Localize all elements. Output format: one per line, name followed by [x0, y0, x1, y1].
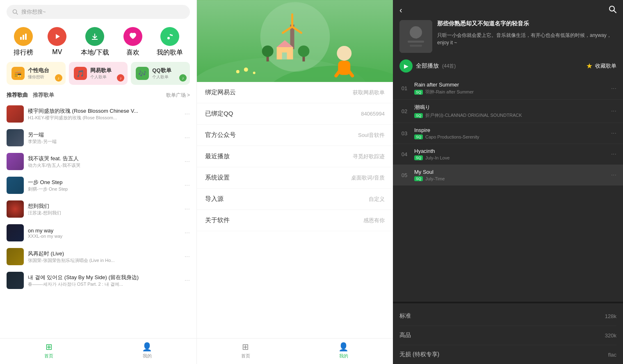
- svg-rect-2: [20, 37, 22, 40]
- middle-nav-mine-label: 我的: [339, 353, 348, 359]
- song-info-2: 我不该哭 feat. 告五人 动力火车/告五人-我不该哭: [28, 155, 180, 168]
- right-more-5[interactable]: ···: [611, 171, 616, 179]
- download-icon-circle: [85, 27, 104, 46]
- source-card-radio[interactable]: 📻 个性电台 懂你想听 ♪: [7, 62, 66, 85]
- nav-home[interactable]: ⊞ 首页: [44, 342, 53, 359]
- quick-icon-mv[interactable]: MV: [48, 27, 66, 57]
- charts-icon-circle: [14, 27, 33, 46]
- list-item[interactable]: 一步 One Step 刺猬-一步 One Step ···: [0, 173, 196, 197]
- right-list-item[interactable]: 02 潮鳴り SQ 折戸伸治-CLANNAD ORIGINAL SOUNDTRA…: [393, 100, 623, 123]
- list-item[interactable]: 楼宇间盛放的玫瑰 (Rose Blossom Chinese V... H1-K…: [0, 102, 196, 126]
- song-thumb-5: [7, 224, 24, 241]
- download-label: 本地/下载: [81, 48, 109, 57]
- official-account-label: 官方公众号: [205, 131, 358, 139]
- quality-high[interactable]: 高品 320k: [399, 326, 616, 345]
- quality-badge-3: SQ: [414, 134, 423, 139]
- right-list-item[interactable]: 04 Hyacinth SQ July-In Love ···: [393, 144, 623, 165]
- song-title-2: 我不该哭 feat. 告五人: [28, 155, 180, 162]
- song-info-0: 楼宇间盛放的玫瑰 (Rose Blossom Chinese V... H1-K…: [28, 107, 180, 121]
- right-more-2[interactable]: ···: [611, 107, 616, 115]
- song-title-5: on my way: [28, 228, 180, 234]
- tab-recommended-playlists[interactable]: 推荐歌单: [33, 91, 54, 99]
- song-info-5: on my way XXXL-on my way: [28, 228, 180, 239]
- menu-import-source[interactable]: 导入源 自定义: [197, 189, 393, 210]
- bind-netease-label: 绑定网易云: [205, 89, 353, 96]
- search-bar[interactable]: 搜你想搜~: [7, 5, 190, 19]
- svg-point-33: [410, 26, 422, 39]
- song-info-7: 내 곁에 있어요 (Stay By My Side) (留在我身边) 春——-세…: [28, 274, 180, 287]
- source-card-qq[interactable]: 🎶 QQ歌单 个人歌单 ♪: [131, 62, 190, 85]
- menu-bound-qq[interactable]: 已绑定QQ 84065994: [197, 103, 393, 125]
- right-more-3[interactable]: ···: [611, 130, 616, 137]
- about-software-value: 感恩有你: [363, 217, 385, 224]
- list-item[interactable]: 风再起时 (Live) 张国荣-张国荣告别乐坛演唱会 (Live in Ho..…: [0, 245, 196, 268]
- song-artist-7: 春——-세자가 사라졌다 OST Part. 2 : 내 곁에...: [28, 281, 180, 287]
- list-item[interactable]: on my way XXXL-on my way ···: [0, 221, 196, 245]
- right-list-item[interactable]: 03 Inspire SQ Capo Productions-Serenity …: [393, 123, 623, 144]
- right-list-item[interactable]: 01 Rain after Summer SQ 羽肿-Rain after Su…: [393, 77, 623, 100]
- section-link[interactable]: 歌单广场 >: [166, 92, 190, 99]
- svg-point-27: [236, 70, 240, 73]
- quick-icon-favorites[interactable]: 喜欢: [123, 27, 142, 57]
- tab-recommended-songs[interactable]: 推荐歌曲: [7, 91, 28, 99]
- play-all-label: 全部播放: [416, 62, 439, 70]
- song-more-2[interactable]: ···: [185, 158, 190, 165]
- song-info-6: 风再起时 (Live) 张国荣-张国荣告别乐坛演唱会 (Live in Ho..…: [28, 250, 180, 264]
- quick-icon-download[interactable]: 本地/下载: [81, 27, 109, 57]
- menu-about-software[interactable]: 关于软件 感恩有你: [197, 210, 393, 231]
- middle-nav-home[interactable]: ⊞ 首页: [241, 342, 250, 359]
- list-item[interactable]: 想到我们 汪苏泷-想到我们 ···: [0, 197, 196, 221]
- svg-point-23: [337, 46, 351, 61]
- list-item[interactable]: 내 곁에 있어요 (Stay By My Side) (留在我身边) 春——-세…: [0, 268, 196, 292]
- svg-rect-3: [23, 35, 24, 40]
- song-artist-6: 张国荣-张国荣告别乐坛演唱会 (Live in Ho...: [28, 257, 180, 264]
- song-more-3[interactable]: ···: [185, 182, 190, 189]
- back-button[interactable]: ‹: [399, 5, 402, 15]
- song-artist-5: XXXL-on my way: [28, 234, 180, 239]
- right-list-item[interactable]: 05 My Soul SQ July-Time ···: [393, 165, 623, 186]
- right-song-artist-2: 折戸伸治-CLANNAD ORIGINAL SOUNDTRACK: [425, 112, 522, 118]
- nav-mine[interactable]: 👤 我的: [142, 342, 152, 359]
- menu-system-settings[interactable]: 系统设置 桌面歌词/音质: [197, 167, 393, 189]
- song-title-3: 一步 One Step: [28, 179, 180, 186]
- song-more-4[interactable]: ···: [185, 205, 190, 213]
- middle-nav-mine[interactable]: 👤 我的: [338, 342, 349, 359]
- netease-sub: 个人歌单: [90, 74, 112, 80]
- playlist-title: 那些你熟悉却又不知道名字的轻音乐: [437, 20, 616, 27]
- radio-sub: 懂你想听: [28, 74, 49, 80]
- right-song-artist-3: Capo Productions-Serenity: [425, 134, 479, 139]
- collect-button[interactable]: ★ 收藏歌单: [586, 61, 616, 71]
- song-more-7[interactable]: ···: [185, 277, 190, 284]
- right-search-button[interactable]: [608, 5, 616, 15]
- quick-icon-my-songs[interactable]: 我的歌单: [157, 27, 183, 57]
- song-more-6[interactable]: ···: [185, 253, 190, 260]
- menu-official-account[interactable]: 官方公众号 Soul音软件: [197, 125, 393, 146]
- charts-label: 排行榜: [14, 48, 33, 57]
- right-song-meta-2: SQ 折戸伸治-CLANNAD ORIGINAL SOUNDTRACK: [414, 112, 606, 118]
- quality-lossless-label: 无损 (特权专享): [399, 351, 608, 358]
- list-item[interactable]: 另一端 李荣浩-另一端 ···: [0, 126, 196, 150]
- menu-recent-play[interactable]: 最近播放 寻觅好歌踪迹: [197, 146, 393, 167]
- quality-lossless[interactable]: 无损 (特权专享) flac: [399, 345, 616, 364]
- recent-play-value: 寻觅好歌踪迹: [353, 153, 385, 160]
- track-num-1: 01: [399, 85, 409, 91]
- quality-standard[interactable]: 标准 128k: [399, 307, 616, 326]
- list-item[interactable]: 我不该哭 feat. 告五人 动力火车/告五人-我不该哭 ···: [0, 150, 196, 173]
- song-more-0[interactable]: ···: [185, 110, 190, 118]
- quality-badge-1: SQ: [414, 90, 423, 95]
- play-all-button[interactable]: ▶ 全部播放 (44首): [399, 59, 456, 73]
- right-song-artist-5: July-Time: [425, 176, 445, 181]
- right-more-4[interactable]: ···: [611, 150, 616, 158]
- quick-icon-charts[interactable]: 排行榜: [14, 27, 33, 57]
- track-num-5: 05: [399, 172, 409, 178]
- song-more-5[interactable]: ···: [185, 229, 190, 237]
- source-card-netease[interactable]: 🎵 网易歌单 个人歌单 ♪: [69, 62, 128, 85]
- playlist-cover: [399, 20, 432, 53]
- quality-lossless-value: flac: [608, 352, 616, 358]
- right-more-1[interactable]: ···: [611, 85, 616, 92]
- menu-bind-netease[interactable]: 绑定网易云 获取网易歌单: [197, 82, 393, 103]
- song-artist-3: 刺猬-一步 One Step: [28, 186, 180, 192]
- song-thumb-4: [7, 200, 24, 218]
- song-more-1[interactable]: ···: [185, 134, 190, 141]
- playlist-info: 那些你熟悉却又不知道名字的轻音乐 只听一小会你就会爱上它。音乐就像生活，有开心也…: [437, 20, 616, 46]
